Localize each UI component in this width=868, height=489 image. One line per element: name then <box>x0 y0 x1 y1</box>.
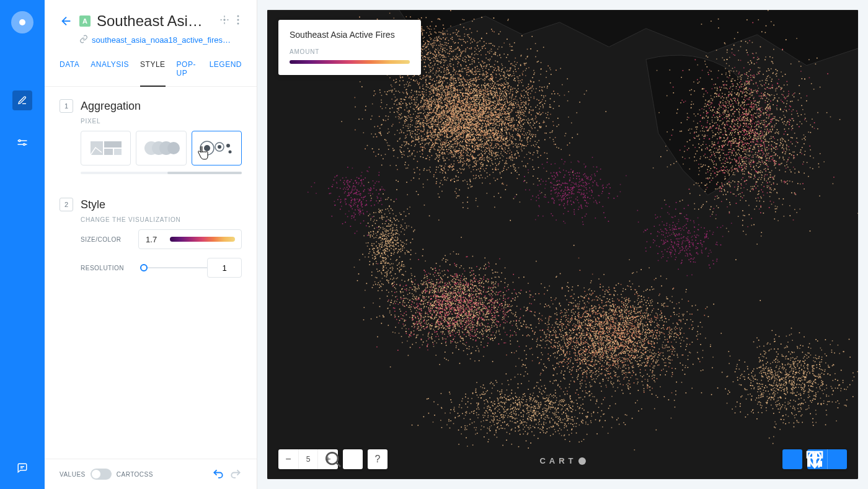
svg-rect-13639 <box>743 149 745 150</box>
svg-rect-4100 <box>443 109 444 110</box>
svg-rect-7414 <box>454 304 456 305</box>
feedback-icon[interactable] <box>12 458 32 478</box>
svg-rect-8083 <box>427 350 428 351</box>
svg-rect-12911 <box>732 83 733 84</box>
layer-title[interactable]: Southeast Asi… <box>97 12 211 30</box>
aggregation-option-animated-pixel[interactable] <box>192 131 242 165</box>
svg-rect-5479 <box>491 49 492 50</box>
source-dataset-link[interactable]: southeast_asia_noaa18_active_fires… <box>92 35 231 45</box>
svg-rect-5413 <box>450 10 451 11</box>
settings-sliders-icon[interactable] <box>12 133 32 152</box>
svg-rect-1220 <box>531 36 533 37</box>
svg-rect-742 <box>471 187 472 188</box>
svg-rect-2548 <box>483 92 484 94</box>
geocode-pin-icon[interactable] <box>827 449 847 469</box>
svg-rect-9411 <box>640 323 641 324</box>
svg-rect-7471 <box>444 270 445 271</box>
svg-rect-222 <box>525 70 526 71</box>
svg-rect-3846 <box>495 107 496 108</box>
svg-rect-12687 <box>482 394 484 395</box>
svg-rect-1318 <box>378 154 379 155</box>
svg-rect-10209 <box>582 329 583 330</box>
svg-rect-4267 <box>503 168 505 169</box>
svg-rect-14408 <box>780 109 781 110</box>
svg-rect-4139 <box>470 79 471 81</box>
aggregation-scrollbar[interactable] <box>81 172 242 174</box>
svg-rect-10815 <box>593 340 595 341</box>
svg-rect-13584 <box>737 109 738 110</box>
tab-style[interactable]: STYLE <box>140 60 166 87</box>
svg-rect-15713 <box>784 368 785 369</box>
svg-rect-8730 <box>632 305 634 306</box>
svg-rect-400 <box>454 82 455 84</box>
svg-rect-8373 <box>465 284 466 285</box>
svg-rect-4218 <box>448 107 450 108</box>
svg-rect-3779 <box>456 136 457 138</box>
svg-rect-10342 <box>652 368 653 369</box>
svg-rect-3542 <box>503 107 505 108</box>
svg-rect-13483 <box>746 91 747 92</box>
resolution-slider[interactable] <box>140 267 207 268</box>
svg-rect-4811 <box>535 115 536 117</box>
svg-rect-3093 <box>480 78 482 79</box>
svg-rect-6230 <box>384 236 385 237</box>
svg-rect-15497 <box>815 382 816 383</box>
back-arrow-icon[interactable] <box>60 14 73 28</box>
sizecolor-value-input[interactable] <box>139 235 164 244</box>
svg-rect-11403 <box>567 351 568 353</box>
svg-rect-15571 <box>735 371 736 372</box>
tab-legend[interactable]: LEGEND <box>210 60 242 86</box>
svg-rect-15660 <box>792 408 794 409</box>
svg-rect-3985 <box>413 99 414 100</box>
svg-rect-3010 <box>495 138 496 139</box>
svg-rect-14079 <box>742 84 743 85</box>
search-button[interactable] <box>343 449 363 469</box>
svg-rect-4192 <box>481 131 482 132</box>
svg-rect-13420 <box>732 137 733 138</box>
svg-rect-6324 <box>410 242 411 244</box>
svg-rect-14509 <box>730 145 732 146</box>
color-ramp-picker[interactable] <box>170 237 235 242</box>
svg-rect-16607 <box>674 254 675 255</box>
values-cartocss-toggle[interactable] <box>91 469 112 480</box>
tab-popup[interactable]: POP-UP <box>177 60 198 86</box>
tab-data[interactable]: DATA <box>60 60 79 86</box>
map-canvas[interactable]: Southeast Asia Active Fires AMOUNT − 5 +… <box>267 10 858 479</box>
svg-rect-15733 <box>762 360 763 361</box>
svg-rect-16414 <box>556 185 557 186</box>
svg-rect-6160 <box>384 263 386 264</box>
svg-rect-9485 <box>652 301 653 302</box>
svg-rect-5577 <box>458 61 459 63</box>
svg-rect-6076 <box>367 245 368 247</box>
redo-icon[interactable] <box>229 468 242 480</box>
svg-rect-6119 <box>386 258 387 259</box>
svg-rect-14350 <box>733 193 735 195</box>
svg-rect-504 <box>512 46 513 47</box>
svg-rect-12650 <box>549 400 550 401</box>
svg-rect-14321 <box>764 122 765 123</box>
center-map-icon[interactable] <box>217 12 232 30</box>
svg-rect-13019 <box>698 167 699 169</box>
resolution-slider-thumb[interactable] <box>140 264 148 271</box>
aggregation-option-regions[interactable] <box>81 131 131 165</box>
brand-logo[interactable] <box>11 11 33 33</box>
aggregation-option-heatmap[interactable] <box>136 131 186 165</box>
edit-pencil-icon[interactable] <box>12 90 32 110</box>
svg-rect-5004 <box>456 81 457 82</box>
svg-rect-15088 <box>825 369 826 371</box>
more-menu-icon[interactable] <box>234 12 242 30</box>
svg-rect-13416 <box>735 156 737 157</box>
svg-rect-11738 <box>613 365 614 366</box>
svg-rect-14931 <box>762 192 763 193</box>
svg-rect-7676 <box>495 271 496 273</box>
tab-analysis[interactable]: ANALYSIS <box>91 60 129 86</box>
svg-rect-3431 <box>503 135 505 136</box>
resolution-value-input[interactable] <box>207 258 242 278</box>
svg-rect-10563 <box>685 323 686 324</box>
svg-rect-12425 <box>553 426 554 428</box>
svg-rect-11547 <box>590 324 591 325</box>
svg-rect-14176 <box>750 60 751 61</box>
svg-rect-13086 <box>728 92 730 93</box>
undo-icon[interactable] <box>212 468 224 480</box>
svg-rect-9126 <box>660 332 662 333</box>
